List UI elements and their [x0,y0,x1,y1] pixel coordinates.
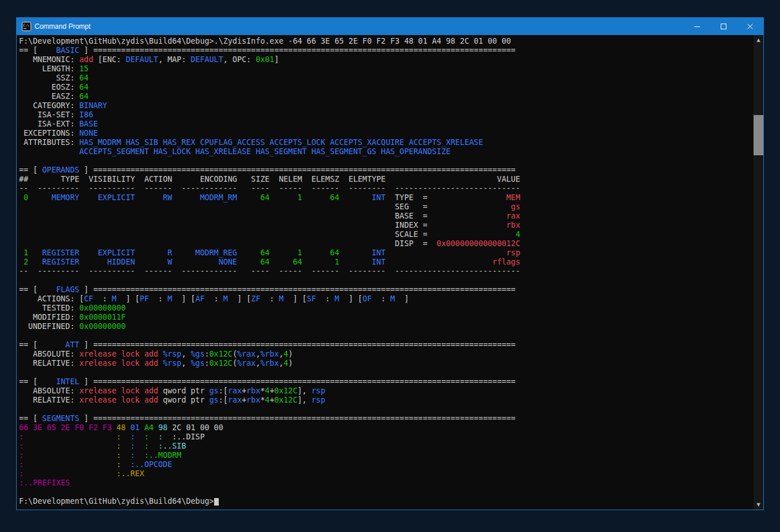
terminal-line: MNEMONIC: add [ENC: DEFAULT, MAP: DEFAUL… [19,55,754,64]
terminal-text-segment [237,193,251,202]
terminal-line: ISA-SET: I86 [19,110,754,120]
terminal-text-segment: AF [195,294,204,303]
terminal-text-segment: , [181,350,191,358]
terminal-text-segment: 4 [284,350,288,358]
terminal-text-segment: add [144,350,158,358]
terminal-text-segment: : [144,433,149,441]
terminal-text-segment [302,193,311,202]
terminal-text-segment: ACTIONS: [ [19,294,84,303]
terminal-line: ISA-EXT: BASE [19,120,754,129]
terminal-text-segment: SSZ: [19,74,79,82]
terminal-text-segment [24,469,116,478]
maximize-icon [721,24,726,29]
terminal-line: == [ OPERANDS ] ========================… [19,166,754,175]
terminal-line: ABSOLUTE: xrelease lock add qword ptr gs… [19,386,754,396]
terminal-text-segment: 01 [131,423,140,432]
terminal-line: == [ INTEL ] ===========================… [19,377,754,386]
terminal-text-segment: FLAGS [37,285,79,294]
terminal-text-segment [24,451,116,460]
terminal-text-segment: TESTED: [19,304,79,312]
scroll-down-button[interactable]: ▼ [754,500,763,510]
terminal-line: ATTRIBUTES: HAS_MODRM HAS_SIB HAS_REX CP… [19,138,754,147]
terminal-line: F:\Development\GitHub\zydis\Build64\Debu… [19,37,754,46]
terminal-text-segment: %rsp [163,350,181,358]
terminal-text-segment: : [205,359,210,368]
terminal-text-segment [79,193,89,202]
terminal-text-segment: : [316,294,334,303]
terminal-output: F:\Development\GitHub\zydis\Build64\Debu… [17,35,754,510]
terminal-text-segment: rbx [246,386,260,395]
terminal-text-segment: 1 [19,248,28,257]
terminal-text-segment: ) [288,359,293,368]
terminal-text-segment: CF [84,294,93,303]
terminal-text-segment: : [149,294,168,303]
terminal-text-segment: F:\Development\GitHub\zydis\Build64\Debu… [19,497,214,506]
terminal-line [19,276,754,285]
terminal-text-segment [125,423,130,432]
terminal-text-segment: EXPLICIT [89,248,135,257]
terminal-line: MODIFIED: 0x0000011F [19,313,754,322]
command-prompt-window: C:\ Command Prompt F:\D [16,17,764,510]
terminal-text-segment [339,193,348,202]
terminal-text-segment [269,193,279,202]
terminal-text-segment: I86 [79,110,93,119]
terminal-text-segment: NONE [181,258,237,266]
scroll-up-button[interactable]: ▲ [754,35,763,45]
terminal-text-segment: : [158,433,163,441]
terminal-text-segment: ( [233,350,237,358]
terminal-line: : : :..OPCODE [19,460,754,469]
terminal-text-segment: EOSZ: [19,83,79,91]
terminal-text-segment: INT [348,248,386,257]
terminal-text-segment: rsp [311,386,325,395]
terminal-text-segment: ISA-SET: [19,110,79,119]
terminal-text-segment: rbx [246,396,260,404]
terminal-line: == [ BASIC ] ===========================… [19,46,754,55]
terminal-text-segment: %rax [237,359,256,368]
terminal-text-segment [79,248,89,257]
terminal-text-segment [24,460,116,469]
terminal-text-segment: INT [348,258,386,266]
terminal-text-segment: MODRM_REG [181,248,237,257]
terminal-text-segment: 15 [79,64,89,73]
terminal-text-segment: 2C 01 00 00 [172,423,223,432]
terminal-text-segment: INTEL [37,377,79,386]
terminal-text-segment: A4 [144,423,154,432]
terminal-text-segment: ) [288,350,293,358]
maximize-button[interactable] [710,18,737,35]
terminal-text-segment: : [260,294,279,303]
terminal-text-segment [135,258,144,266]
terminal-text-segment: W [144,258,172,266]
terminal-text-segment: , OPC: [223,55,256,64]
vertical-scrollbar[interactable]: ▲ ▼ [754,35,763,510]
terminal-line: == [ SEGMENTS ] ========================… [19,414,754,423]
terminal-text-segment: ] [ [172,294,195,303]
terminal-line [19,156,754,166]
console-viewport[interactable]: F:\Development\GitHub\zydis\Build64\Debu… [17,35,763,510]
terminal-text-segment: MEMORY [37,193,79,202]
terminal-text-segment [135,451,144,460]
titlebar[interactable]: C:\ Command Prompt [17,18,763,35]
terminal-text-segment: rax [427,212,520,220]
terminal-text-segment [140,359,144,368]
terminal-text-segment [28,248,37,257]
terminal-line: : : : : : :..DISP [19,433,754,442]
terminal-text-segment: 64 [311,193,339,202]
terminal-text-segment: : [19,433,24,441]
terminal-text-segment: UNDEFINED: [19,322,79,331]
terminal-text-segment: == [ [19,46,37,55]
scrollbar-thumb[interactable] [754,115,763,155]
terminal-text-segment: ACCEPTS_SEGMENT HAS_LOCK HAS_XRELEASE HA… [79,147,451,156]
terminal-text-segment: : [372,294,390,303]
terminal-text-segment: LENGTH: [19,64,79,73]
terminal-line: F:\Development\GitHub\zydis\Build64\Debu… [19,497,754,506]
minimize-button[interactable] [684,18,710,35]
close-button[interactable] [737,18,763,35]
terminal-text-segment: HAS_MODRM HAS_SIB HAS_REX CPUFLAG_ACCESS… [79,138,483,147]
terminal-text-segment: -- --------- ---------- ------ ---------… [19,267,520,275]
terminal-text-segment: DEFAULT [125,55,158,64]
terminal-line [19,488,754,497]
terminal-text-segment: lock [121,396,139,404]
terminal-line: 66 3E 65 2E F0 F2 F3 48 01 A4 98 2C 01 0… [19,423,754,433]
terminal-text-segment: rsp [311,396,325,404]
terminal-text-segment [269,258,279,266]
